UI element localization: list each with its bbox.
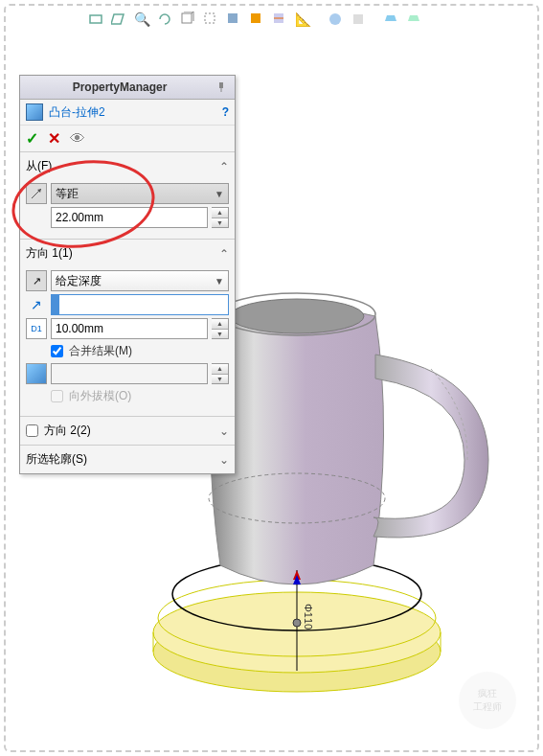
dir2-checkbox[interactable] xyxy=(26,424,38,437)
cancel-button[interactable]: ✕ xyxy=(48,129,60,148)
watermark-line1: 疯狂 xyxy=(478,687,497,700)
from-condition-value: 等距 xyxy=(56,186,79,202)
dropdown-arrow-icon: ▼ xyxy=(215,276,224,286)
dir2-label: 方向 2(2) xyxy=(44,423,91,439)
offset-spinner[interactable]: ▲ ▼ xyxy=(212,207,229,228)
property-manager-panel: PropertyManager 凸台-拉伸2 ? ✓ ✕ 👁 从(F) ⌃ 等距… xyxy=(19,75,236,474)
dir2-header[interactable]: 方向 2(2) ⌄ xyxy=(26,421,229,441)
dropdown-arrow-icon: ▼ xyxy=(215,189,224,199)
depth-value: 10.00mm xyxy=(56,322,103,335)
render2-icon[interactable] xyxy=(404,10,423,29)
view-icon[interactable] xyxy=(86,10,105,29)
svg-rect-7 xyxy=(228,13,238,23)
draft-outward-label: 向外拔模(O) xyxy=(69,388,131,404)
direction1-section: 方向 1(1) ⌃ ↗ 给定深度 ▼ ↗ D1 10.00mm xyxy=(20,239,235,416)
zoom-icon[interactable]: 🔍 xyxy=(132,10,151,29)
from-header[interactable]: 从(F) ⌃ xyxy=(26,156,229,176)
from-section: 从(F) ⌃ 等距 ▼ 22.00mm ▲ ▼ xyxy=(20,151,235,239)
extrude-icon xyxy=(26,103,43,121)
from-offset-value: 22.00mm xyxy=(56,211,103,224)
reverse-direction-icon[interactable]: ↗ xyxy=(26,270,47,291)
from-label: 从(F) xyxy=(26,158,52,174)
shadow-icon[interactable] xyxy=(247,10,266,29)
dir1-header[interactable]: 方向 1(1) ⌃ xyxy=(26,243,229,263)
view-icon[interactable] xyxy=(109,10,128,29)
svg-rect-2 xyxy=(182,13,192,23)
draft-spinner[interactable]: ▲ ▼ xyxy=(212,363,229,384)
end-condition-value: 给定深度 xyxy=(56,273,102,289)
action-row: ✓ ✕ 👁 xyxy=(20,126,235,151)
shaded-icon[interactable] xyxy=(224,10,243,29)
draft-outward-checkbox xyxy=(51,390,63,402)
svg-rect-12 xyxy=(353,14,363,24)
rebuild-icon[interactable] xyxy=(155,10,174,29)
depth-d1-icon[interactable]: D1 xyxy=(26,318,47,339)
direction-arrow-icon[interactable]: ↗ xyxy=(26,297,47,312)
contours-header[interactable]: 所选轮廓(S) ⌄ xyxy=(26,449,229,470)
svg-marker-1 xyxy=(111,14,124,24)
svg-point-25 xyxy=(293,619,301,627)
chevron-down-icon: ⌄ xyxy=(219,453,229,467)
svg-point-20 xyxy=(230,299,364,333)
spinner-down-icon[interactable]: ▼ xyxy=(212,218,228,228)
contours-section: 所选轮廓(S) ⌄ xyxy=(20,445,235,473)
wireframe-icon[interactable] xyxy=(178,10,197,29)
svg-rect-6 xyxy=(205,13,215,23)
end-condition-dropdown[interactable]: 给定深度 ▼ xyxy=(51,270,229,291)
draft-angle-input[interactable] xyxy=(51,363,208,384)
draft-icon[interactable] xyxy=(26,363,47,384)
spinner-up-icon[interactable]: ▲ xyxy=(212,208,228,218)
chevron-up-icon: ⌃ xyxy=(219,247,229,261)
pm-title: PropertyManager xyxy=(26,80,214,94)
preview-button[interactable]: 👁 xyxy=(70,130,85,148)
dir1-label: 方向 1(1) xyxy=(26,245,73,262)
contours-label: 所选轮廓(S) xyxy=(26,451,87,468)
hidden-lines-icon[interactable] xyxy=(201,10,220,29)
measure-icon[interactable]: 📐 xyxy=(293,10,312,29)
view-toolbar: 🔍 📐 xyxy=(86,8,533,31)
feature-title-row: 凸台-拉伸2 ? xyxy=(20,100,235,126)
selection-indicator xyxy=(52,295,59,314)
direction-reference-input[interactable] xyxy=(51,294,229,315)
watermark-line2: 工程师 xyxy=(473,700,502,714)
feature-name: 凸台-拉伸2 xyxy=(49,104,216,121)
spinner-up-icon[interactable]: ▲ xyxy=(212,319,228,330)
depth-spinner[interactable]: ▲ ▼ xyxy=(212,318,229,339)
spinner-down-icon[interactable]: ▼ xyxy=(212,375,228,384)
merge-result-checkbox[interactable] xyxy=(51,345,63,357)
chevron-down-icon: ⌄ xyxy=(219,424,229,438)
svg-marker-14 xyxy=(408,15,419,21)
scene-icon[interactable] xyxy=(349,10,368,29)
offset-plane-icon[interactable] xyxy=(26,183,47,204)
watermark: 疯狂 工程师 xyxy=(459,672,516,729)
spinner-down-icon[interactable]: ▼ xyxy=(212,330,228,339)
ok-button[interactable]: ✓ xyxy=(26,129,38,148)
spinner-up-icon[interactable]: ▲ xyxy=(212,364,228,375)
svg-rect-8 xyxy=(251,13,260,23)
from-condition-dropdown[interactable]: 等距 ▼ xyxy=(51,183,229,204)
from-offset-input[interactable]: 22.00mm xyxy=(51,207,208,228)
draft-outward-row: 向外拔模(O) xyxy=(51,388,229,404)
render-icon[interactable] xyxy=(381,10,400,29)
appearance-icon[interactable] xyxy=(326,10,345,29)
svg-text:Φ110: Φ110 xyxy=(303,604,314,630)
svg-rect-27 xyxy=(219,82,223,88)
merge-result-label: 合并结果(M) xyxy=(69,343,132,359)
svg-marker-13 xyxy=(385,15,396,21)
svg-point-11 xyxy=(329,13,341,25)
merge-result-row: 合并结果(M) xyxy=(51,343,229,359)
help-icon[interactable]: ? xyxy=(222,105,229,119)
pm-header: PropertyManager xyxy=(20,76,235,100)
chevron-up-icon: ⌃ xyxy=(219,160,229,173)
section-icon[interactable] xyxy=(270,10,289,29)
direction2-section: 方向 2(2) ⌄ xyxy=(20,416,235,445)
pin-icon[interactable] xyxy=(214,80,229,95)
depth-input[interactable]: 10.00mm xyxy=(51,318,208,339)
svg-rect-0 xyxy=(90,15,102,23)
